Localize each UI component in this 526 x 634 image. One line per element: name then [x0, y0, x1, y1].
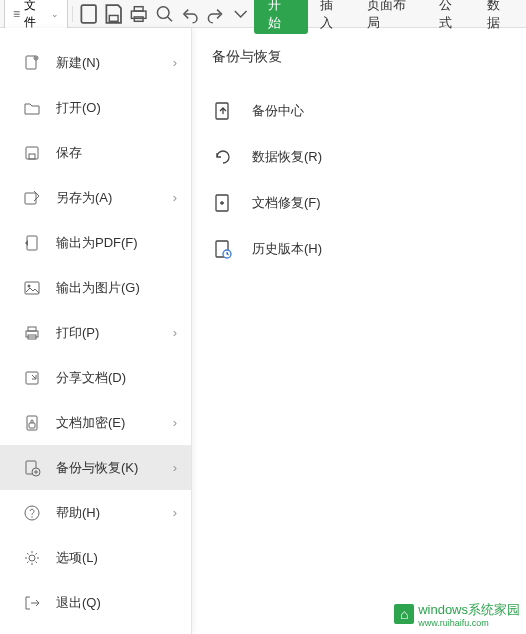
menu-new[interactable]: 新建(N) ›: [0, 40, 191, 85]
tab-formula[interactable]: 公式: [429, 0, 474, 32]
dropdown-icon[interactable]: [229, 2, 252, 26]
recover-icon: [212, 146, 234, 168]
pdf-icon: [22, 233, 42, 253]
menu-label: 新建(N): [56, 54, 173, 72]
panel-title: 备份与恢复: [212, 48, 526, 66]
menu-label: 输出为图片(G): [56, 279, 177, 297]
separator: [72, 6, 73, 22]
watermark: ⌂ windows系统家园 www.ruihaifu.com: [394, 600, 520, 628]
svg-rect-0: [81, 5, 96, 23]
chevron-right-icon: ›: [173, 460, 177, 475]
preview-icon[interactable]: [153, 2, 176, 26]
menu-label: 打印(P): [56, 324, 173, 342]
svg-rect-11: [27, 236, 37, 250]
menu-pdf[interactable]: 输出为PDF(F): [0, 220, 191, 265]
chevron-right-icon: ›: [173, 415, 177, 430]
backup-panel: 备份与恢复 备份中心 数据恢复(R) 文档修复(F) 历史版本(H): [192, 28, 526, 634]
menu-save[interactable]: 保存: [0, 130, 191, 175]
menu-help[interactable]: 帮助(H) ›: [0, 490, 191, 535]
menu-open[interactable]: 打开(O): [0, 85, 191, 130]
menu-exit[interactable]: 退出(Q): [0, 580, 191, 625]
file-label: 文件: [24, 0, 47, 31]
chevron-down-icon: ⌄: [51, 9, 59, 19]
redo-icon[interactable]: [204, 2, 227, 26]
save-icon: [22, 143, 42, 163]
help-icon: [22, 503, 42, 523]
menu-label: 文档加密(E): [56, 414, 173, 432]
lock-icon: [22, 413, 42, 433]
svg-point-24: [29, 555, 35, 561]
svg-rect-3: [135, 6, 144, 10]
menu-share[interactable]: 分享文档(D): [0, 355, 191, 400]
menu-image[interactable]: 输出为图片(G): [0, 265, 191, 310]
menu-saveas[interactable]: 另存为(A) ›: [0, 175, 191, 220]
toolbar: ≡ 文件 ⌄ 开始 插入 页面布局 公式 数据: [0, 0, 526, 28]
svg-point-22: [25, 506, 39, 520]
share-icon: [22, 368, 42, 388]
menu-backup[interactable]: 备份与恢复(K) ›: [0, 445, 191, 490]
panel-history[interactable]: 历史版本(H): [212, 226, 526, 272]
watermark-text: windows系统家园: [418, 602, 520, 617]
panel-data-recover[interactable]: 数据恢复(R): [212, 134, 526, 180]
svg-rect-12: [25, 282, 39, 294]
svg-rect-19: [29, 423, 35, 428]
image-icon: [22, 278, 42, 298]
history-icon: [212, 238, 234, 260]
saveas-icon: [22, 188, 42, 208]
menu-print[interactable]: 打印(P) ›: [0, 310, 191, 355]
svg-point-5: [157, 6, 169, 18]
main-area: 新建(N) › 打开(O) 保存 另存为(A) › 输出为PDF(F) 输出为图…: [0, 28, 526, 634]
menu-label: 另存为(A): [56, 189, 173, 207]
menu-label: 帮助(H): [56, 504, 173, 522]
menu-label: 保存: [56, 144, 177, 162]
undo-icon[interactable]: [178, 2, 201, 26]
menu-label: 备份与恢复(K): [56, 459, 173, 477]
svg-rect-10: [25, 193, 36, 204]
backup-center-icon: [212, 100, 234, 122]
save-icon[interactable]: [102, 2, 125, 26]
tab-layout[interactable]: 页面布局: [357, 0, 428, 32]
new-doc-icon[interactable]: [77, 2, 100, 26]
repair-icon: [212, 192, 234, 214]
menu-label: 分享文档(D): [56, 369, 177, 387]
folder-icon: [22, 98, 42, 118]
chevron-right-icon: ›: [173, 190, 177, 205]
menu-label: 退出(Q): [56, 594, 177, 612]
tab-data[interactable]: 数据: [477, 0, 522, 32]
menu-label: 打开(O): [56, 99, 177, 117]
svg-rect-1: [109, 15, 118, 21]
menu-label: 选项(L): [56, 549, 177, 567]
chevron-right-icon: ›: [173, 505, 177, 520]
panel-label: 文档修复(F): [252, 194, 321, 212]
exit-icon: [22, 593, 42, 613]
tab-insert[interactable]: 插入: [310, 0, 355, 32]
panel-label: 数据恢复(R): [252, 148, 322, 166]
menu-options[interactable]: 选项(L): [0, 535, 191, 580]
hamburger-icon: ≡: [13, 7, 20, 21]
panel-label: 历史版本(H): [252, 240, 322, 258]
print-icon: [22, 323, 42, 343]
svg-rect-15: [28, 327, 36, 331]
chevron-right-icon: ›: [173, 55, 177, 70]
svg-point-13: [28, 284, 31, 287]
panel-backup-center[interactable]: 备份中心: [212, 88, 526, 134]
new-icon: [22, 53, 42, 73]
panel-doc-repair[interactable]: 文档修复(F): [212, 180, 526, 226]
watermark-url: www.ruihaifu.com: [418, 619, 520, 628]
svg-rect-8: [26, 147, 38, 159]
file-menu: 新建(N) › 打开(O) 保存 另存为(A) › 输出为PDF(F) 输出为图…: [0, 28, 192, 634]
menu-encrypt[interactable]: 文档加密(E) ›: [0, 400, 191, 445]
gear-icon: [22, 548, 42, 568]
watermark-logo-icon: ⌂: [394, 604, 414, 624]
print-icon[interactable]: [127, 2, 150, 26]
menu-label: 输出为PDF(F): [56, 234, 177, 252]
svg-point-23: [31, 516, 32, 517]
svg-rect-9: [29, 154, 35, 159]
svg-rect-25: [216, 103, 228, 119]
backup-icon: [22, 458, 42, 478]
panel-label: 备份中心: [252, 102, 304, 120]
chevron-right-icon: ›: [173, 325, 177, 340]
